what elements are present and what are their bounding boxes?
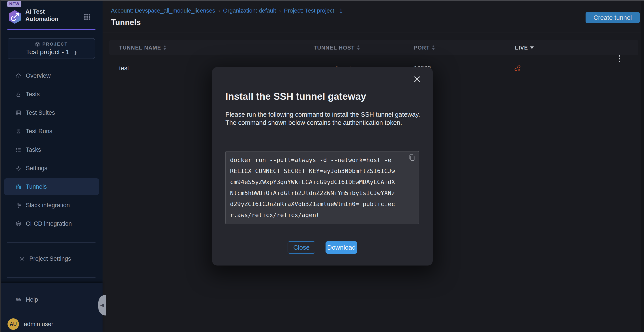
new-badge: NEW (7, 1, 22, 7)
tunnel-icon (16, 184, 22, 190)
create-tunnel-button[interactable]: Create tunnel (586, 12, 640, 23)
sidebar-item-label: Overview (26, 72, 51, 79)
flask-icon (16, 91, 22, 97)
sidebar-item-slack-integration[interactable]: Slack integration (4, 197, 99, 214)
project-selector[interactable]: PROJECT Test project - 1 › (8, 38, 95, 59)
sidebar-item-label: Tunnels (26, 183, 47, 190)
column-header-live[interactable]: LIVE (515, 40, 534, 55)
cube-icon (35, 42, 40, 47)
sidebar-item-label: Test Suites (26, 109, 55, 116)
column-header-port[interactable]: PORT (414, 40, 435, 55)
row-menu-button[interactable] (619, 55, 620, 81)
sidebar-item-tasks[interactable]: Tasks (4, 141, 99, 158)
scrollbar-track[interactable] (641, 1, 644, 332)
sidebar-item-label: CI-CD integration (26, 220, 72, 227)
sidebar-item-help[interactable]: ? Help (4, 291, 99, 308)
sidebar-item-label: Tasks (26, 147, 41, 153)
modal-description: Please run the following command to inst… (226, 111, 423, 127)
accent-divider (7, 29, 96, 30)
sidebar-item-label: Settings (26, 165, 48, 172)
avatar: AU (8, 318, 19, 330)
modal-actions: Close Download (212, 241, 433, 254)
app-logo-icon (7, 9, 22, 24)
sidebar-item-tests[interactable]: Tests (4, 86, 99, 103)
main-content: Account: Devspace_all_module_licenses › … (102, 1, 644, 332)
column-header-tunnel-host[interactable]: TUNNEL HOST (314, 40, 360, 55)
sidebar: NEW AI Test Automation PROJECT (1, 1, 102, 332)
page-title: Tunnels (111, 18, 141, 27)
sidebar-item-test-suites[interactable]: Test Suites (4, 104, 99, 121)
divider (7, 242, 96, 243)
svg-text:?: ? (18, 298, 19, 300)
sidebar-bottom-panel: ? Help AU admin user (1, 283, 102, 332)
close-icon[interactable] (413, 76, 421, 83)
gear-icon (19, 256, 25, 262)
columns-icon (16, 128, 22, 134)
docker-command: docker run --pull=always -d --network=ho… (230, 155, 405, 221)
download-button[interactable]: Download (326, 241, 357, 254)
breadcrumb-separator: › (279, 8, 281, 14)
breadcrumb-organization-link[interactable]: Organization: default (223, 7, 276, 14)
close-button[interactable]: Close (288, 241, 316, 254)
sidebar-item-tunnels[interactable]: Tunnels (4, 178, 99, 195)
page-header: Account: Devspace_all_module_licenses › … (102, 1, 644, 33)
project-name: Test project - 1 (26, 48, 70, 56)
breadcrumb: Account: Devspace_all_module_licenses › … (111, 7, 342, 14)
sort-icon (432, 45, 435, 50)
command-code-block: docker run --pull=always -d --network=ho… (226, 151, 419, 224)
list-check-icon (16, 147, 22, 153)
app-title: AI Test Automation (25, 8, 77, 23)
link-off-icon (514, 64, 522, 72)
breadcrumb-separator: › (218, 8, 220, 14)
tunnels-table-header: TUNNEL NAME TUNNEL HOST PORT LIVE (110, 40, 638, 55)
project-label: PROJECT (42, 42, 68, 47)
breadcrumb-account-link[interactable]: Account: Devspace_all_module_licenses (111, 7, 215, 14)
sidebar-item-label: Test Runs (26, 128, 52, 135)
user-menu[interactable]: AU admin user (8, 318, 53, 330)
chevron-right-icon: › (74, 49, 77, 55)
breadcrumb-project-link[interactable]: Project: Test project - 1 (284, 7, 342, 14)
live-status-cell (514, 55, 522, 81)
sidebar-item-cicd-integration[interactable]: CI-CD integration (4, 215, 99, 232)
slack-icon (16, 202, 22, 208)
sort-icon (164, 45, 166, 50)
gear-icon (16, 165, 22, 171)
sidebar-item-label: Tests (26, 91, 40, 98)
modal-title: Install the SSH tunnel gateway (226, 91, 366, 102)
install-ssh-gateway-modal: Install the SSH tunnel gateway Please ru… (212, 67, 433, 266)
sidebar-item-label: Project Settings (29, 255, 71, 262)
infinity-hexagon-icon (16, 221, 22, 227)
sidebar-item-settings[interactable]: Settings (4, 160, 99, 176)
tunnel-name-cell: test (119, 55, 129, 81)
collapse-arrow-icon: ◀ (100, 302, 104, 308)
grid-icon (16, 110, 22, 116)
sort-desc-icon (530, 46, 534, 49)
sidebar-item-label: Slack integration (26, 202, 70, 209)
sidebar-nav: Overview Tests Test Suites Test Runs Tas… (1, 67, 102, 234)
divider (7, 277, 96, 278)
sidebar-item-test-runs[interactable]: Test Runs (4, 123, 99, 140)
sort-icon (357, 45, 360, 50)
copy-icon[interactable] (408, 154, 416, 162)
home-icon (16, 73, 22, 79)
user-name: admin user (24, 321, 53, 328)
help-chat-icon: ? (16, 297, 22, 303)
apps-grid-icon[interactable] (84, 13, 91, 20)
column-header-tunnel-name[interactable]: TUNNEL NAME (119, 40, 166, 55)
sidebar-item-label: Help (26, 296, 38, 303)
sidebar-item-project-settings[interactable]: Project Settings (8, 250, 102, 267)
sidebar-item-overview[interactable]: Overview (4, 67, 99, 84)
